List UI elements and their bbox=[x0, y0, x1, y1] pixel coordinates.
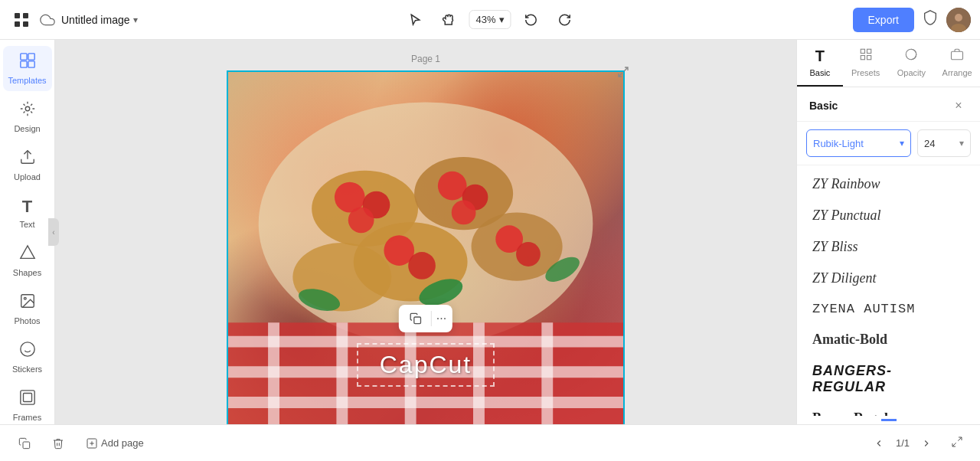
app-logo[interactable] bbox=[9, 8, 34, 32]
duplicate-page-button[interactable] bbox=[12, 434, 37, 453]
stickers-label: Stickers bbox=[12, 365, 42, 374]
text-label: Text bbox=[19, 220, 34, 229]
zoom-control[interactable]: 43% ▾ bbox=[469, 10, 511, 29]
font-name-amatic-bold: Amatic-Bold bbox=[812, 332, 887, 347]
sidebar-item-photos[interactable]: Photos bbox=[3, 286, 52, 332]
cloud-icon bbox=[40, 12, 55, 28]
svg-rect-2 bbox=[15, 21, 20, 27]
font-size-dropdown[interactable]: 24 ▾ bbox=[917, 129, 971, 157]
presets-tab-icon bbox=[859, 47, 873, 65]
font-panel-close-button[interactable]: × bbox=[949, 96, 968, 115]
bottom-bar: Add page 1/1 bbox=[0, 424, 980, 461]
sidebar-item-shapes[interactable]: Shapes bbox=[3, 238, 52, 283]
font-size-value: 24 bbox=[924, 138, 935, 149]
svg-rect-10 bbox=[28, 61, 34, 67]
page-label: Page 1 bbox=[411, 54, 440, 64]
next-page-button[interactable] bbox=[916, 433, 937, 454]
fullscreen-button[interactable] bbox=[946, 433, 968, 454]
select-tool-button[interactable] bbox=[401, 6, 429, 34]
opacity-tab-label: Opacity bbox=[897, 68, 926, 77]
svg-rect-52 bbox=[414, 317, 421, 324]
font-name-value: Rubik-Light bbox=[813, 138, 864, 149]
stickers-icon bbox=[19, 341, 36, 361]
undo-button[interactable] bbox=[518, 6, 545, 34]
sidebar-item-frames[interactable]: Frames bbox=[3, 383, 52, 424]
svg-point-15 bbox=[24, 297, 26, 299]
canvas-text[interactable]: CapCut bbox=[357, 343, 495, 387]
shapes-label: Shapes bbox=[13, 268, 41, 277]
font-item-zy-diligent[interactable]: ZY Diligent bbox=[800, 263, 977, 294]
svg-rect-19 bbox=[20, 391, 34, 404]
font-name-zy-punctual: ZY Punctual bbox=[812, 208, 881, 223]
arrange-tab-icon bbox=[950, 47, 964, 65]
canvas-resize-icon[interactable] bbox=[617, 66, 629, 78]
svg-rect-9 bbox=[20, 61, 26, 67]
templates-icon bbox=[19, 52, 36, 73]
sidebar-item-upload[interactable]: Upload bbox=[3, 142, 52, 188]
svg-point-35 bbox=[452, 201, 476, 225]
sidebar-item-text[interactable]: T Text bbox=[3, 191, 52, 235]
pan-tool-button[interactable] bbox=[435, 6, 462, 34]
font-item-amatic-bold[interactable]: Amatic-Bold bbox=[800, 324, 977, 355]
tab-arrange[interactable]: Arrange bbox=[934, 40, 980, 87]
frames-label: Frames bbox=[13, 413, 41, 422]
redo-button[interactable] bbox=[551, 6, 579, 34]
font-name-zy-rainbow: ZY Rainbow bbox=[812, 176, 880, 191]
topbar-right: Export bbox=[853, 8, 971, 32]
logo-icon bbox=[12, 11, 31, 29]
svg-rect-8 bbox=[28, 54, 34, 60]
tab-basic[interactable]: T Basic bbox=[797, 40, 843, 87]
svg-rect-58 bbox=[952, 51, 963, 60]
font-item-zyena-autism[interactable]: ZYENA AUTISM bbox=[800, 294, 977, 324]
title-chevron-icon[interactable]: ▾ bbox=[133, 15, 138, 25]
shield-icon[interactable] bbox=[922, 9, 939, 30]
prev-page-icon bbox=[874, 438, 884, 449]
text-toolbar: ··· bbox=[399, 305, 452, 332]
font-item-zy-rainbow[interactable]: ZY Rainbow bbox=[800, 168, 977, 200]
svg-point-39 bbox=[516, 242, 541, 266]
right-panel: T Basic Presets bbox=[796, 40, 980, 424]
sidebar-collapse-button[interactable]: ‹ bbox=[48, 218, 59, 246]
left-sidebar: Templates Design bbox=[0, 40, 55, 424]
export-button[interactable]: Export bbox=[853, 8, 914, 32]
font-item-bangers-regular[interactable]: BANGERS-REGULAR bbox=[800, 355, 977, 403]
user-avatar[interactable] bbox=[946, 8, 971, 32]
font-name-bevan: Bevan-Regular bbox=[812, 410, 901, 416]
body-wrapper: Templates Design bbox=[0, 40, 980, 424]
more-options-button[interactable]: ··· bbox=[436, 312, 446, 325]
font-name-zy-bliss: ZY Bliss bbox=[812, 239, 858, 254]
font-name-zyena-autism: ZYENA AUTISM bbox=[812, 302, 915, 316]
shapes-icon bbox=[19, 244, 36, 265]
font-panel: Basic × Rubik-Light ▾ 24 ▾ ZY bbox=[797, 87, 980, 424]
text-icon: T bbox=[22, 197, 32, 217]
svg-point-5 bbox=[955, 14, 962, 21]
copy-format-button[interactable] bbox=[405, 308, 426, 329]
page-indicator: 1/1 bbox=[896, 437, 910, 449]
design-icon bbox=[19, 100, 36, 121]
text-element[interactable]: ··· CapCut bbox=[311, 343, 541, 387]
add-page-button[interactable]: Add page bbox=[80, 434, 150, 453]
svg-rect-53 bbox=[861, 49, 864, 53]
font-size-chevron-icon: ▾ bbox=[959, 138, 964, 149]
opacity-tab-icon bbox=[904, 47, 918, 65]
font-item-bevan-regular[interactable]: Bevan-Regular bbox=[800, 403, 977, 416]
toolbar-center: 43% ▾ bbox=[401, 6, 578, 34]
prev-page-button[interactable] bbox=[868, 433, 890, 454]
font-item-zy-punctual[interactable]: ZY Punctual bbox=[800, 200, 977, 231]
presets-tab-label: Presets bbox=[851, 68, 880, 77]
delete-page-button[interactable] bbox=[46, 434, 70, 453]
document-title[interactable]: Untitled image bbox=[61, 14, 130, 26]
photos-label: Photos bbox=[14, 316, 40, 325]
font-name-dropdown[interactable]: Rubik-Light ▾ bbox=[806, 129, 911, 157]
tab-presets[interactable]: Presets bbox=[843, 40, 889, 87]
sidebar-item-templates[interactable]: Templates bbox=[3, 46, 52, 91]
font-item-zy-bliss[interactable]: ZY Bliss bbox=[800, 231, 977, 263]
sidebar-item-design[interactable]: Design bbox=[3, 94, 52, 139]
sidebar-item-stickers[interactable]: Stickers bbox=[3, 335, 52, 380]
tab-opacity[interactable]: Opacity bbox=[889, 40, 935, 87]
add-page-label: Add page bbox=[101, 437, 144, 449]
canvas-image[interactable]: ··· CapCut bbox=[228, 72, 623, 424]
right-panel-tabs: T Basic Presets bbox=[797, 40, 980, 87]
font-panel-header: Basic × bbox=[797, 87, 980, 122]
svg-rect-0 bbox=[15, 13, 20, 18]
